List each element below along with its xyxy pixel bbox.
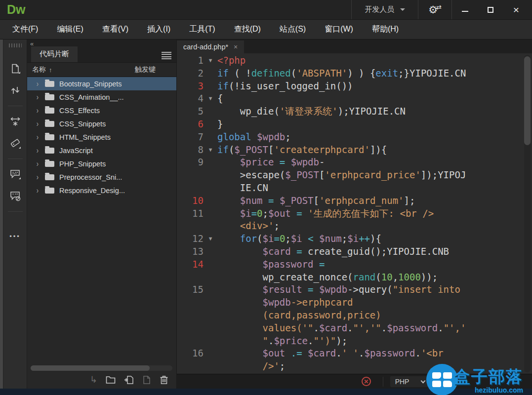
file-tab[interactable]: card-add.php* × <box>177 40 244 53</box>
language-select[interactable]: PHP <box>390 376 430 387</box>
code-text: global $wpdb; <box>217 131 291 144</box>
line-number[interactable]: 6 <box>177 118 204 131</box>
line-number[interactable]: 15 <box>177 283 204 296</box>
expand-chevron-icon[interactable]: › <box>32 106 43 116</box>
vertical-scrollbar[interactable] <box>524 55 531 372</box>
line-number[interactable] <box>177 360 204 373</box>
line-number[interactable] <box>177 182 204 195</box>
menubar-item[interactable]: 查看(V) <box>93 24 138 35</box>
line-number[interactable]: 14 <box>177 258 204 271</box>
line-number[interactable]: 13 <box>177 245 204 258</box>
snippet-folder-row[interactable]: ›HTML_Snippets <box>27 130 176 144</box>
apply-comment-button[interactable] <box>8 167 23 182</box>
expand-chevron-icon[interactable]: › <box>32 92 43 102</box>
line-number[interactable]: 12 <box>177 233 204 245</box>
menubar-item[interactable]: 查找(D) <box>225 24 270 35</box>
column-trigger-key[interactable]: 触发键 <box>135 65 176 74</box>
expand-chevron-icon[interactable]: › <box>32 172 43 182</box>
line-number[interactable]: 8 <box>177 144 204 157</box>
toolbar-grip[interactable] <box>9 43 22 47</box>
menubar-item[interactable]: 插入(I) <box>138 24 180 35</box>
chevron-down-icon <box>400 8 405 11</box>
menubar-item[interactable]: 工具(T) <box>180 24 224 35</box>
language-label: PHP <box>395 378 409 386</box>
fold-gutter <box>204 283 217 296</box>
close-button[interactable]: × <box>503 0 529 19</box>
horizontal-scrollbar-thumb[interactable] <box>31 365 150 371</box>
sync-settings-button[interactable]: ⚙ ⇄ <box>418 0 452 19</box>
vertical-scrollbar-thumb[interactable] <box>524 56 531 145</box>
menubar-item[interactable]: 编辑(E) <box>47 24 92 35</box>
insert-snippet-button[interactable]: ↳ <box>90 375 97 384</box>
menubar-item[interactable]: 帮助(H) <box>363 24 408 35</box>
line-number[interactable]: 11 <box>177 207 204 220</box>
line-number[interactable] <box>177 271 204 284</box>
code-text: wp_die('请登录系统');YIPOJIE.CN <box>217 105 406 118</box>
line-number[interactable]: 1 <box>177 54 204 67</box>
close-icon[interactable]: × <box>234 43 238 51</box>
expand-chevron-icon[interactable]: › <box>32 186 43 196</box>
panel-menu-icon[interactable] <box>162 52 171 59</box>
expand-chevron-icon[interactable]: › <box>32 119 43 129</box>
snippet-folder-row[interactable]: ›Preprocessor_Sni... <box>27 170 176 184</box>
snippet-folder-row[interactable]: ›CSS_Animation__... <box>27 90 176 104</box>
expand-chevron-icon[interactable]: › <box>32 132 43 142</box>
line-number[interactable]: 3 <box>177 80 204 93</box>
line-number[interactable]: 4 <box>177 92 204 105</box>
snippet-folder-row[interactable]: ›PHP_Snippets <box>27 157 176 170</box>
new-folder-button[interactable] <box>106 376 116 384</box>
fold-arrow-icon[interactable]: ▼ <box>204 92 217 105</box>
line-number[interactable] <box>177 296 204 309</box>
line-number[interactable] <box>177 309 204 322</box>
fold-arrow-icon[interactable]: ▼ <box>204 233 217 245</box>
fold-arrow-icon[interactable]: ▼ <box>204 144 217 157</box>
line-number[interactable]: 10 <box>177 195 204 207</box>
folder-icon <box>45 81 54 87</box>
recently-modified-button[interactable] <box>8 83 23 98</box>
error-indicator[interactable]: ✕ <box>362 377 371 386</box>
menubar-item[interactable]: 窗口(W) <box>315 24 363 35</box>
comment-icon <box>9 168 21 180</box>
edit-snippet-button[interactable] <box>142 375 151 385</box>
line-number[interactable]: 5 <box>177 105 204 118</box>
snippet-folder-row[interactable]: ›Responsive_Desig... <box>27 184 176 197</box>
snippets-tab[interactable]: 代码片断 <box>31 46 78 62</box>
remove-comment-button[interactable] <box>8 189 23 203</box>
line-number[interactable]: 9 <box>177 156 204 169</box>
snippet-folder-row[interactable]: ›CSS_Snippets <box>27 117 176 130</box>
line-number[interactable]: 16 <box>177 347 204 360</box>
maximize-button[interactable] <box>478 0 503 19</box>
snippet-folder-row[interactable]: ›Bootstrap_Snippets <box>27 77 176 90</box>
fold-arrow-icon[interactable]: ▼ <box>204 54 217 67</box>
code-view[interactable]: 1▼<?php2if ( !defined('ABSPATH') ) {exit… <box>177 53 532 374</box>
code-line: 7global $wpdb; <box>177 131 532 144</box>
code-text: $i=0;$out = '生成的充值卡如下: <br /> <box>217 207 434 220</box>
column-name[interactable]: 名称 ↑ <box>27 65 52 74</box>
menubar-item[interactable]: 站点(S) <box>270 24 315 35</box>
line-number[interactable] <box>177 220 204 233</box>
line-number[interactable]: 2 <box>177 67 204 80</box>
more-options-button[interactable]: ••• <box>9 233 21 240</box>
line-number[interactable] <box>177 169 204 182</box>
wrap-tag-button[interactable] <box>8 114 23 129</box>
new-snippet-button[interactable] <box>124 375 134 385</box>
code-line: 13$card = create_guid();YIPOJIE.CNB <box>177 245 532 258</box>
workspace-switcher[interactable]: 开发人员 <box>351 0 418 19</box>
snippet-folder-row[interactable]: ›JavaScript <box>27 144 176 157</box>
sort-ascending-icon: ↑ <box>49 66 52 74</box>
minimize-button[interactable] <box>452 0 478 19</box>
expand-chevron-icon[interactable]: › <box>32 146 43 156</box>
insert-mode-toggle[interactable]: INS <box>445 378 458 386</box>
line-number[interactable] <box>177 335 204 348</box>
snippet-folder-row[interactable]: ›CSS_Effects <box>27 104 176 117</box>
expand-chevron-icon[interactable]: › <box>32 159 43 169</box>
expand-chevron-icon[interactable]: › <box>32 79 43 89</box>
horizontal-scrollbar[interactable] <box>31 365 172 371</box>
open-documents-button[interactable] <box>8 61 23 76</box>
line-number[interactable] <box>177 322 204 335</box>
minimize-icon <box>462 11 468 12</box>
line-number[interactable]: 7 <box>177 131 204 144</box>
insert-tag-button[interactable] <box>8 136 23 151</box>
delete-snippet-button[interactable] <box>160 375 168 385</box>
menubar-item[interactable]: 文件(F) <box>3 24 47 35</box>
